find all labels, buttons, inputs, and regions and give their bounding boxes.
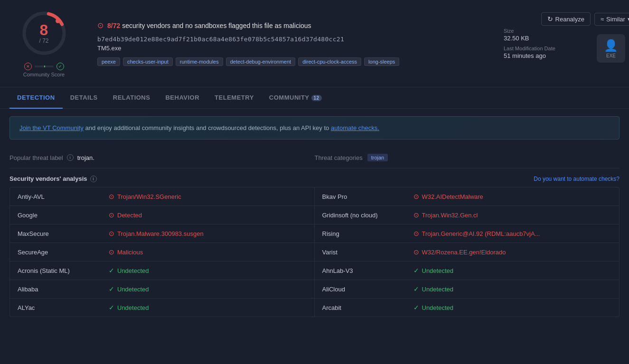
vendor-name-right-5: AliCloud xyxy=(315,280,410,298)
vendor-right-4: AhnLab-V3 ✓ Undetected xyxy=(315,261,620,280)
exe-person-icon: 👤 xyxy=(604,39,618,52)
vendor-left-2: MaxSecure ⊙ Trojan.Malware.300983.susgen xyxy=(10,224,315,243)
tab-relations[interactable]: RELATIONS xyxy=(105,87,158,109)
community-score-bad-icon[interactable]: ✕ xyxy=(24,63,32,70)
vendor-left-4: Acronis (Static ML) ✓ Undetected xyxy=(10,261,315,280)
file-info-section: ⊙ 8/72 security vendors and no sandboxes… xyxy=(88,0,496,87)
similar-label: Similar xyxy=(606,16,625,23)
tab-badge-community: 12 xyxy=(311,95,322,101)
result-bad-icon: ⊙ xyxy=(413,193,419,200)
vendor-result-left-6: ✓ Undetected xyxy=(105,299,153,317)
vendor-name-left-4: Acronis (Static ML) xyxy=(10,262,105,280)
reanalyze-label: Reanalyze xyxy=(555,16,584,23)
vendor-name-left-0: Antiy-AVL xyxy=(10,188,105,205)
vendor-right-0: Bkav Pro ⊙ W32.AIDetectMalware xyxy=(315,187,620,205)
vendor-result-right-0: ⊙ W32.AIDetectMalware xyxy=(410,187,487,205)
tab-details[interactable]: DETAILS xyxy=(63,87,105,109)
vendor-result-right-6: ✓ Undetected xyxy=(410,299,458,317)
tags-row: peexechecks-user-inputruntime-modulesdet… xyxy=(97,57,487,66)
automate-checks-link[interactable]: automate checks. xyxy=(331,124,379,131)
score-number: 8 xyxy=(39,22,48,37)
vendor-result-left-0: ⊙ Trojan/Win32.SGeneric xyxy=(105,187,185,205)
threat-label-section: Popular threat label i trojan. xyxy=(9,154,315,161)
vendor-result-right-4: ✓ Undetected xyxy=(410,261,458,280)
vendor-result-right-2: ⊙ Trojan.Generic@AI.92 (RDML:aaucb7vjA..… xyxy=(410,224,544,243)
tag-peexe[interactable]: peexe xyxy=(97,57,120,66)
threat-info-row: Popular threat label i trojan. Threat ca… xyxy=(9,147,620,168)
table-row: Acronis (Static ML) ✓ Undetected AhnLab-… xyxy=(10,261,619,280)
tag-detect-debug-environment[interactable]: detect-debug-environment xyxy=(226,57,295,66)
vendor-result-left-4: ✓ Undetected xyxy=(105,261,153,280)
vendor-left-3: SecureAge ⊙ Malicious xyxy=(10,243,315,261)
alert-detected: 8/72 xyxy=(107,22,120,29)
tag-direct-cpu-clock-access[interactable]: direct-cpu-clock-access xyxy=(298,57,361,66)
score-circle: 8 / 72 xyxy=(20,9,68,57)
tag-long-sleeps[interactable]: long-sleeps xyxy=(364,57,399,66)
size-value: 32.50 KB xyxy=(504,35,564,42)
vendor-right-2: Rising ⊙ Trojan.Generic@AI.92 (RDML:aauc… xyxy=(315,224,620,243)
vendor-name-left-6: ALYac xyxy=(10,299,105,317)
result-good-icon: ✓ xyxy=(109,267,114,274)
vendor-right-5: AliCloud ✓ Undetected xyxy=(315,280,620,298)
tag-checks-user-input[interactable]: checks-user-input xyxy=(123,57,173,66)
result-bad-icon: ⊙ xyxy=(413,248,419,256)
vendors-table: Antiy-AVL ⊙ Trojan/Win32.SGeneric Bkav P… xyxy=(9,187,620,317)
alert-icon: ⊙ xyxy=(97,21,103,30)
vendors-info-icon[interactable]: i xyxy=(90,176,97,182)
vendor-result-left-5: ✓ Undetected xyxy=(105,280,153,298)
result-bad-icon: ⊙ xyxy=(109,211,114,219)
reanalyze-button[interactable]: ↻ Reanalyze xyxy=(541,12,591,26)
vendor-name-left-1: Google xyxy=(10,206,105,224)
table-row: MaxSecure ⊙ Trojan.Malware.300983.susgen… xyxy=(10,224,619,243)
size-label: Size xyxy=(504,28,564,34)
community-banner-text1: and enjoy additional community insights … xyxy=(84,124,331,131)
result-bad-icon: ⊙ xyxy=(413,211,419,219)
score-denominator: / 72 xyxy=(39,37,48,44)
join-community-link[interactable]: Join the VT Community xyxy=(19,124,84,131)
result-bad-icon: ⊙ xyxy=(109,248,114,256)
community-score-row: ✕ ✓ xyxy=(24,63,64,70)
popular-threat-info-icon[interactable]: i xyxy=(67,154,74,161)
vendor-name-left-2: MaxSecure xyxy=(10,225,105,243)
tab-telemetry[interactable]: TELEMETRY xyxy=(207,87,262,109)
exe-icon: 👤 EXE xyxy=(597,34,625,63)
automate-link[interactable]: Do you want to automate checks? xyxy=(534,176,620,182)
alert-text: 8/72 security vendors and no sandboxes f… xyxy=(107,22,311,29)
similar-icon: ≈ xyxy=(601,16,604,23)
popular-threat-label-title: Popular threat label xyxy=(9,154,63,161)
tab-behavior[interactable]: BEHAVIOR xyxy=(158,87,207,109)
community-score-label: Community Score xyxy=(23,72,65,77)
file-hash[interactable]: b7ed4b39de012e88ec9ad7f21b0ac68a4e863fe0… xyxy=(97,36,487,43)
vendor-result-left-2: ⊙ Trojan.Malware.300983.susgen xyxy=(105,224,207,243)
vendor-right-6: Arcabit ✓ Undetected xyxy=(315,299,620,317)
vendors-header: Security vendors' analysis i Do you want… xyxy=(9,168,620,187)
vendors-title-text: Security vendors' analysis xyxy=(9,175,87,182)
vendor-name-right-3: Varist xyxy=(315,243,410,261)
similar-button[interactable]: ≈ Similar ▾ xyxy=(594,13,629,26)
reanalyze-icon: ↻ xyxy=(547,15,553,23)
vendor-result-right-3: ⊙ W32/Rozena.EE.gen!Eldorado xyxy=(410,243,510,261)
result-good-icon: ✓ xyxy=(109,304,114,311)
file-name: TM5.exe xyxy=(97,45,487,52)
table-row: Google ⊙ Detected Gridinsoft (no cloud) … xyxy=(10,206,619,224)
score-section: 8 / 72 ✕ ✓ Community Score xyxy=(0,0,88,87)
result-good-icon: ✓ xyxy=(413,304,419,311)
vendor-result-right-5: ✓ Undetected xyxy=(410,280,458,298)
community-score-bar xyxy=(35,65,54,67)
result-good-icon: ✓ xyxy=(413,285,419,293)
result-bad-icon: ⊙ xyxy=(109,193,114,200)
vendor-result-left-1: ⊙ Detected xyxy=(105,206,146,224)
vendor-left-5: Alibaba ✓ Undetected xyxy=(10,280,315,298)
vendor-left-6: ALYac ✓ Undetected xyxy=(10,299,315,317)
alert-banner: ⊙ 8/72 security vendors and no sandboxes… xyxy=(97,21,487,30)
tab-community[interactable]: COMMUNITY12 xyxy=(262,87,329,109)
tab-detection[interactable]: DETECTION xyxy=(9,87,63,109)
vendor-name-right-2: Rising xyxy=(315,225,410,243)
main-content: Join the VT Community and enjoy addition… xyxy=(0,116,629,327)
table-row: Antiy-AVL ⊙ Trojan/Win32.SGeneric Bkav P… xyxy=(10,187,619,206)
vendor-name-left-5: Alibaba xyxy=(10,280,105,298)
vendors-title: Security vendors' analysis i xyxy=(9,175,97,182)
tag-runtime-modules[interactable]: runtime-modules xyxy=(176,57,223,66)
vendor-left-1: Google ⊙ Detected xyxy=(10,206,315,224)
community-score-good-icon[interactable]: ✓ xyxy=(56,63,64,70)
